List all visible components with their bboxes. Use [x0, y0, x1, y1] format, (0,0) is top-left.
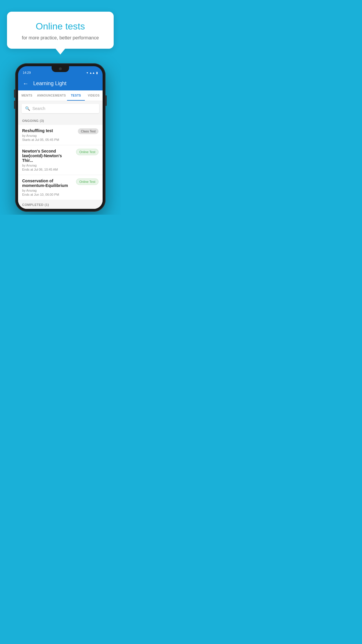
- test-time: Starts at Jul 05, 05:45 PM: [22, 138, 75, 141]
- search-container: 🔍 Search: [18, 101, 103, 116]
- test-author: by Anurag: [22, 189, 73, 192]
- test-name: Reshuffling test: [22, 128, 75, 133]
- vol-up-button: [14, 90, 15, 98]
- test-info: Reshuffling test by Anurag Starts at Jul…: [22, 128, 75, 141]
- test-time: Ends at Jun 10, 06:00 PM: [22, 193, 73, 196]
- search-input[interactable]: Search: [32, 106, 45, 111]
- speech-bubble: Online tests for more practice, better p…: [7, 12, 114, 49]
- vol-down-button: [14, 101, 15, 109]
- ongoing-label: ONGOING (3): [22, 119, 44, 123]
- tab-videos[interactable]: VIDEOS: [85, 90, 103, 101]
- front-camera: [59, 67, 62, 70]
- test-badge-class: Class Test: [78, 128, 99, 134]
- status-time: 14:29: [23, 71, 31, 74]
- status-icons: ▾ ▲▲ ▮: [87, 71, 98, 74]
- phone-mockup: 14:29 ▾ ▲▲ ▮ ← Learning Light MENTS ANNO…: [15, 63, 106, 212]
- tab-tests[interactable]: TESTS: [67, 90, 85, 101]
- tab-announcements[interactable]: ANNOUNCEMENTS: [36, 90, 67, 101]
- test-item-reshuffling[interactable]: Reshuffling test by Anurag Starts at Jul…: [18, 125, 103, 145]
- app-screen: ← Learning Light MENTS ANNOUNCEMENTS TES…: [18, 77, 103, 209]
- test-time: Ends at Jul 06, 10:45 AM: [22, 168, 73, 171]
- ongoing-section-header: ONGOING (3): [18, 116, 103, 125]
- search-box[interactable]: 🔍 Search: [22, 104, 99, 113]
- tabs-bar: MENTS ANNOUNCEMENTS TESTS VIDEOS: [18, 90, 103, 101]
- bubble-subtitle: for more practice, better performance: [14, 35, 107, 41]
- test-author: by Anurag: [22, 164, 73, 167]
- search-icon: 🔍: [25, 106, 30, 111]
- test-item-newton[interactable]: Newton's Second law(contd)-Newton's Thir…: [18, 145, 103, 175]
- completed-section-header: COMPLETED (1): [18, 200, 103, 209]
- test-info: Conservation of momentum-Equilibrium by …: [22, 178, 73, 196]
- promo-section: Online tests for more practice, better p…: [0, 0, 121, 49]
- battery-icon: ▮: [96, 71, 98, 74]
- test-name: Newton's Second law(contd)-Newton's Thir…: [22, 149, 73, 163]
- test-info: Newton's Second law(contd)-Newton's Thir…: [22, 149, 73, 171]
- test-badge-online: Online Test: [76, 149, 99, 155]
- tab-ments[interactable]: MENTS: [18, 90, 36, 101]
- status-bar: 14:29 ▾ ▲▲ ▮: [18, 66, 103, 77]
- bubble-title: Online tests: [14, 21, 107, 32]
- toolbar-title: Learning Light: [33, 80, 66, 87]
- completed-label: COMPLETED (1): [22, 203, 49, 206]
- test-item-conservation[interactable]: Conservation of momentum-Equilibrium by …: [18, 175, 103, 200]
- signal-icon: ▲▲: [89, 71, 95, 74]
- test-name: Conservation of momentum-Equilibrium: [22, 178, 73, 188]
- back-button[interactable]: ←: [23, 80, 29, 87]
- phone-notch: [52, 66, 69, 72]
- test-author: by Anurag: [22, 134, 75, 137]
- app-toolbar: ← Learning Light: [18, 77, 103, 90]
- power-button: [106, 95, 107, 106]
- test-badge-online-2: Online Test: [76, 178, 99, 185]
- wifi-icon: ▾: [87, 71, 88, 74]
